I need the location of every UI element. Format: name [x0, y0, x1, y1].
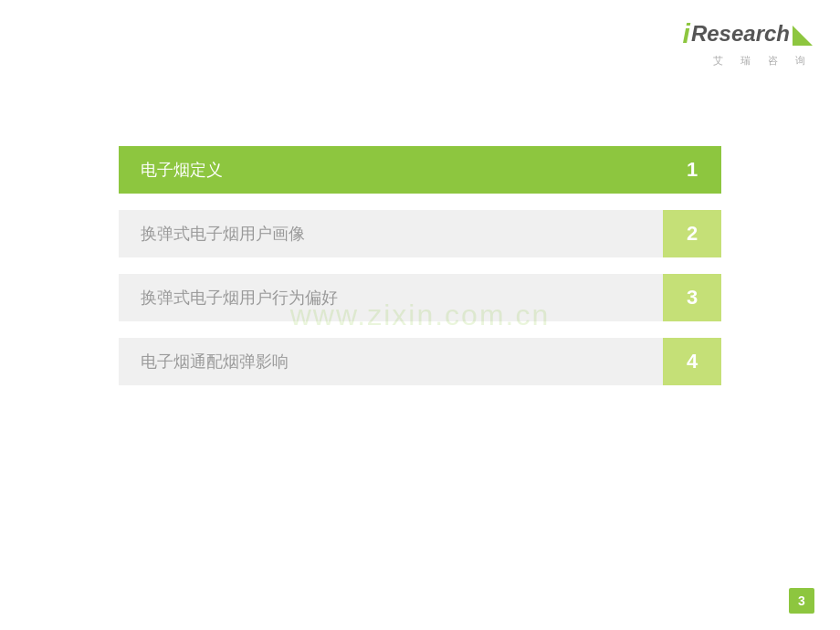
- menu-item-4[interactable]: 电子烟通配烟弹影响 4: [119, 338, 721, 385]
- logo-subtitle: 艾 瑞 咨 询: [713, 54, 813, 68]
- logo-graphic: i Research: [683, 18, 813, 49]
- menu-number-2: 2: [663, 210, 721, 257]
- page-number: 3: [789, 588, 814, 614]
- menu-number-3: 3: [663, 274, 721, 321]
- menu-list: 电子烟定义 1 换弹式电子烟用户画像 2 换弹式电子烟用户行为偏好 3 电子烟通…: [119, 146, 721, 385]
- menu-label-4: 电子烟通配烟弹影响: [119, 338, 663, 385]
- logo-research-text: Research: [691, 21, 790, 47]
- menu-number-1: 1: [663, 146, 721, 194]
- logo-area: i Research 艾 瑞 咨 询: [683, 18, 813, 68]
- menu-label-1: 电子烟定义: [119, 146, 663, 194]
- menu-number-4: 4: [663, 338, 721, 385]
- menu-label-3: 换弹式电子烟用户行为偏好: [119, 274, 663, 321]
- logo-i-letter: i: [683, 18, 690, 49]
- logo-triangle-icon: [793, 26, 813, 46]
- menu-item-1[interactable]: 电子烟定义 1: [119, 146, 721, 194]
- menu-label-2: 换弹式电子烟用户画像: [119, 210, 663, 257]
- logo-brand: i Research: [683, 18, 790, 49]
- menu-item-3[interactable]: 换弹式电子烟用户行为偏好 3: [119, 274, 721, 321]
- menu-item-2[interactable]: 换弹式电子烟用户画像 2: [119, 210, 721, 257]
